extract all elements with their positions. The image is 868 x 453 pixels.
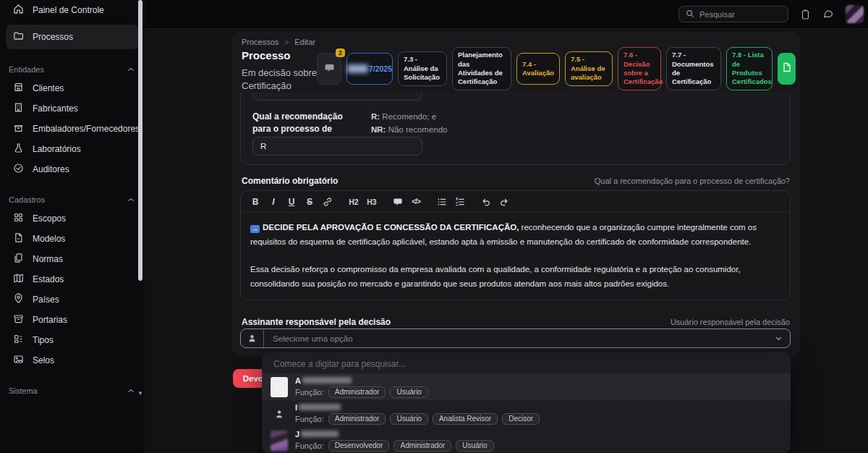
comment-bubble-icon[interactable]	[391, 194, 405, 210]
sidebar-section-entidades[interactable]: Entidades	[9, 65, 135, 74]
redacted-process-number	[347, 64, 368, 73]
underline-button[interactable]: U	[284, 194, 299, 210]
section-title: Sistema	[9, 386, 38, 395]
signer-label-row: Assinante responsável pela decisão Usuár…	[242, 317, 790, 327]
sidebar-item-label: Portarias	[33, 315, 67, 325]
page-title: Processo	[242, 49, 291, 62]
sidebar-item-label: Modelos	[33, 234, 65, 244]
ordered-list-icon[interactable]	[453, 194, 467, 210]
document-icon	[13, 232, 24, 245]
sidebar-item-estados[interactable]: Estados	[6, 269, 139, 289]
chevron-up-icon	[127, 386, 135, 395]
sidebar-item-tipos[interactable]: Tipos	[6, 330, 139, 350]
building-icon	[13, 102, 24, 115]
breadcrumb-editar: Editar	[294, 38, 315, 46]
editor-content[interactable]: →DECIDE PELA APROVAÇÃO E CONCESSÃO DA CE…	[241, 213, 790, 299]
step-chip-7-5[interactable]: 7.5 - Análise de avaliação	[565, 51, 613, 85]
process-status-cluster: 2 7/2025 7.3 - Análise da Solicitação Pl…	[317, 52, 796, 85]
user-avatar[interactable]	[846, 5, 864, 23]
sidebar-item-clientes[interactable]: Clientes	[6, 78, 139, 98]
step-chip-7-4[interactable]: 7.4 - Avaliação	[516, 53, 560, 85]
sidebar-item-paises[interactable]: Países	[6, 289, 139, 310]
grid-icon	[13, 212, 24, 225]
chevron-up-icon	[127, 195, 135, 204]
editor-paragraph-2: Essa decisão reforça o compromisso da em…	[250, 262, 780, 291]
italic-button[interactable]: I	[266, 194, 281, 210]
breadcrumb-processos[interactable]: Processos	[242, 38, 278, 46]
sidebar-item-portarias[interactable]: Portarias	[6, 310, 139, 330]
layout-icon	[13, 334, 24, 347]
sidebar-scrollbar[interactable]: ▼	[138, 0, 143, 453]
strikethrough-button[interactable]: S	[302, 194, 317, 210]
bullet-list-icon[interactable]	[435, 194, 449, 210]
step-chip-7-8[interactable]: 7.8 - Lista de Produtos Certificados	[726, 47, 773, 90]
sidebar-item-label: Fabricantes	[33, 103, 78, 114]
option-name: A	[295, 376, 428, 385]
sidebar-item-label: Tipos	[33, 335, 54, 345]
process-panel: Qual a recomendação para o processo de c…	[231, 32, 800, 356]
role-badge: Desenvolvedor	[328, 440, 390, 452]
step-chip-7-6[interactable]: 7.6 - Decisão sobre a Certificação	[618, 47, 661, 90]
role-badge: Usuário	[390, 386, 427, 398]
signer-option-2[interactable]: I Função: Administrador Usuário Analista…	[262, 400, 791, 427]
signer-select[interactable]: Selecione uma opção	[240, 329, 791, 348]
redo-icon[interactable]	[497, 194, 511, 210]
sidebar-item-auditores[interactable]: Auditores	[6, 159, 139, 179]
breadcrumb: Processos > Editar	[242, 38, 315, 46]
search-icon	[686, 8, 694, 21]
main-content: Qual a recomendação para o processo de c…	[145, 29, 868, 453]
panel-header: Processos > Editar Processo Em decisão s…	[231, 32, 800, 93]
signer-dropdown: Comece a digitar para pesquisar... A Fun…	[262, 352, 791, 453]
search-input[interactable]	[699, 10, 781, 19]
chat-icon[interactable]	[822, 9, 834, 20]
file-icon	[782, 62, 791, 75]
copy-icon	[13, 253, 24, 266]
sidebar-item-processos[interactable]: Processos	[6, 25, 139, 49]
sidebar-item-modelos[interactable]: Modelos	[6, 229, 139, 249]
clipboard-icon[interactable]	[800, 9, 811, 20]
process-number-badge[interactable]: 7/2025	[346, 53, 393, 85]
sidebar-item-label: Selos	[33, 355, 54, 365]
sidebar-item-laboratorios[interactable]: Laboratórios	[6, 139, 139, 159]
step-chip-7-3[interactable]: 7.3 - Análise da Solicitação	[398, 51, 447, 85]
export-file-button[interactable]	[778, 53, 796, 85]
sidebar-item-fabricantes[interactable]: Fabricantes	[6, 98, 139, 119]
map-icon	[13, 273, 24, 286]
sidebar-item-painel-de-controle[interactable]: Painel de Controle	[6, 0, 139, 20]
comments-button[interactable]: 2	[317, 53, 341, 85]
dropdown-search-placeholder[interactable]: Comece a digitar para pesquisar...	[262, 352, 791, 373]
topbar	[145, 0, 868, 29]
signer-option-1[interactable]: A Função: Administrador Usuário	[262, 373, 791, 400]
rich-text-editor: B I U S H2 H3 </>	[240, 190, 791, 300]
recommendation-input[interactable]	[252, 137, 422, 156]
role-label: Função:	[295, 415, 324, 423]
step-chip-7-7[interactable]: 7.7 - Documentos de Certificação	[666, 47, 721, 90]
undo-icon[interactable]	[479, 194, 493, 210]
sidebar-item-label: Países	[33, 295, 59, 305]
arrow-emoji: →	[250, 225, 260, 233]
heading3-button[interactable]: H3	[365, 194, 379, 210]
editor-toolbar: B I U S H2 H3 </>	[241, 191, 790, 213]
app-window: Painel de Controle Processos Entidades C…	[0, 0, 868, 453]
code-button[interactable]: </>	[409, 194, 423, 210]
signer-option-3[interactable]: J Função: Desenvolvedor Administrador Us…	[262, 427, 791, 453]
bold-button[interactable]: B	[248, 194, 263, 210]
sidebar-item-embaladores-fornecedores[interactable]: Embaladores/Fornecedores	[6, 119, 139, 139]
search-box[interactable]	[678, 6, 788, 22]
scrollbar-down-arrow[interactable]: ▼	[137, 391, 143, 397]
sidebar-section-sistema[interactable]: Sistema	[9, 386, 135, 395]
scrollbar-thumb[interactable]	[138, 0, 142, 281]
sidebar-item-label: Estados	[33, 274, 64, 284]
sidebar-item-normas[interactable]: Normas	[6, 249, 139, 269]
heading2-button[interactable]: H2	[346, 194, 361, 210]
sidebar: Painel de Controle Processos Entidades C…	[0, 0, 145, 453]
sidebar-item-label: Embaladores/Fornecedores	[33, 124, 140, 134]
chevron-up-icon	[127, 65, 135, 74]
sidebar-item-escopos[interactable]: Escopos	[6, 208, 139, 229]
role-label: Função:	[295, 388, 324, 397]
sidebar-item-selos[interactable]: Selos	[6, 350, 139, 371]
link-icon[interactable]	[320, 194, 335, 210]
comments-count-badge: 2	[336, 48, 345, 57]
sidebar-section-cadastros[interactable]: Cadastros	[9, 195, 135, 204]
step-chip-planejamento[interactable]: Planejamento das Atividades de Certifica…	[452, 47, 511, 90]
